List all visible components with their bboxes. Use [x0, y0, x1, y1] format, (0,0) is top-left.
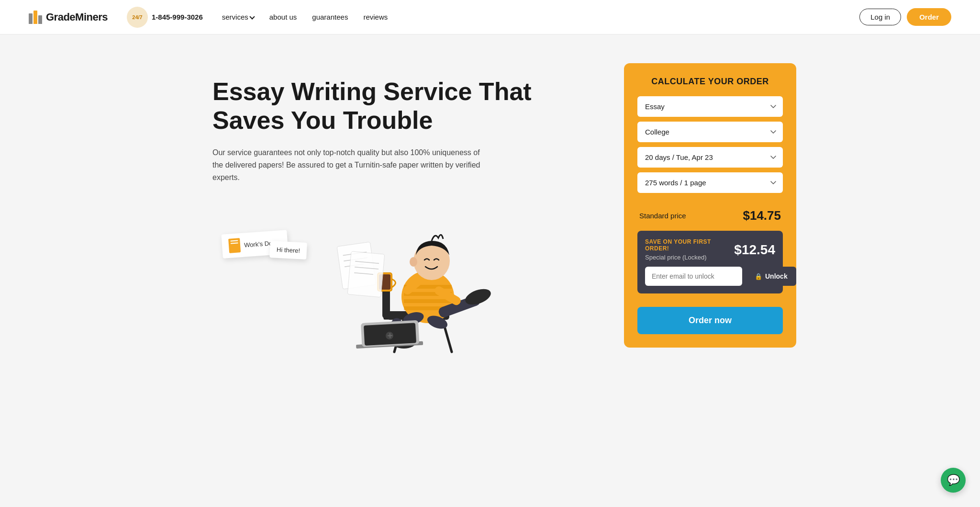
- order-now-button[interactable]: Order now: [637, 307, 783, 334]
- order-button[interactable]: Order: [907, 8, 951, 26]
- svg-point-21: [410, 257, 417, 267]
- chat-icon: 💬: [947, 474, 960, 486]
- lock-icon: 🔒: [755, 273, 762, 280]
- login-button[interactable]: Log in: [859, 9, 901, 25]
- order-card-title: CALCULATE YOUR ORDER: [637, 77, 783, 87]
- nav-actions: Log in Order: [859, 8, 951, 26]
- nav-about-us[interactable]: about us: [269, 13, 297, 21]
- special-price-box: SAVE ON YOUR FIRST ORDER! Special price …: [637, 231, 783, 293]
- logo-text: GradeMiners: [46, 11, 108, 23]
- paper-type-select[interactable]: Essay Research Paper Coursework Term Pap…: [637, 96, 783, 117]
- badge-247: 24/7: [127, 7, 148, 28]
- pages-select[interactable]: 275 words / 1 page 550 words / 2 pages 8…: [637, 172, 783, 193]
- academic-level-select[interactable]: High School College University Master's: [637, 122, 783, 142]
- main-nav: services about us guarantees reviews: [222, 13, 860, 21]
- svg-rect-8: [404, 299, 452, 303]
- hero-title: Essay Writing Service That Saves You Tro…: [212, 78, 605, 135]
- logo[interactable]: GradeMiners: [29, 11, 108, 24]
- special-price-value: $12.54: [734, 242, 775, 258]
- select-group: Essay Research Paper Coursework Term Pap…: [637, 96, 783, 193]
- standard-price-value: $14.75: [743, 208, 781, 223]
- special-sublabel: Special price (Locked): [645, 254, 734, 261]
- hero-description: Our service guarantees not only top-notc…: [212, 146, 480, 184]
- nav-reviews[interactable]: reviews: [363, 13, 388, 21]
- deadline-select[interactable]: 3 hours 6 hours 12 hours 24 hours 7 days…: [637, 147, 783, 168]
- chevron-down-icon: [249, 14, 255, 19]
- special-price-header: SAVE ON YOUR FIRST ORDER! Special price …: [645, 238, 775, 261]
- hero-illustration: Work's Done. Hi there!: [212, 203, 509, 357]
- standard-price-label: Standard price: [639, 212, 686, 220]
- unlock-row: 🔒 Unlock: [645, 267, 775, 286]
- special-price-labels: SAVE ON YOUR FIRST ORDER! Special price …: [645, 238, 734, 261]
- document-icon: [228, 238, 241, 253]
- svg-rect-30: [347, 251, 385, 297]
- phone-number[interactable]: 1-845-999-3026: [152, 13, 203, 21]
- standard-price-row: Standard price $14.75: [637, 203, 783, 229]
- sticky-note-2: Hi there!: [269, 241, 307, 259]
- chat-fab-button[interactable]: 💬: [941, 468, 966, 493]
- email-unlock-input[interactable]: [645, 267, 742, 286]
- logo-icon: [29, 11, 42, 24]
- nav-services[interactable]: services: [222, 13, 254, 21]
- nav-guarantees[interactable]: guarantees: [312, 13, 348, 21]
- hero-section: Essay Writing Service That Saves You Tro…: [212, 63, 605, 357]
- save-label: SAVE ON YOUR FIRST ORDER!: [645, 238, 734, 252]
- unlock-button[interactable]: 🔒 Unlock: [746, 267, 796, 286]
- header: GradeMiners 24/7 1-845-999-3026 services…: [0, 0, 980, 34]
- hero-figure: [308, 203, 490, 357]
- main-content: Essay Writing Service That Saves You Tro…: [155, 34, 825, 385]
- order-calculator-card: CALCULATE YOUR ORDER Essay Research Pape…: [624, 63, 796, 348]
